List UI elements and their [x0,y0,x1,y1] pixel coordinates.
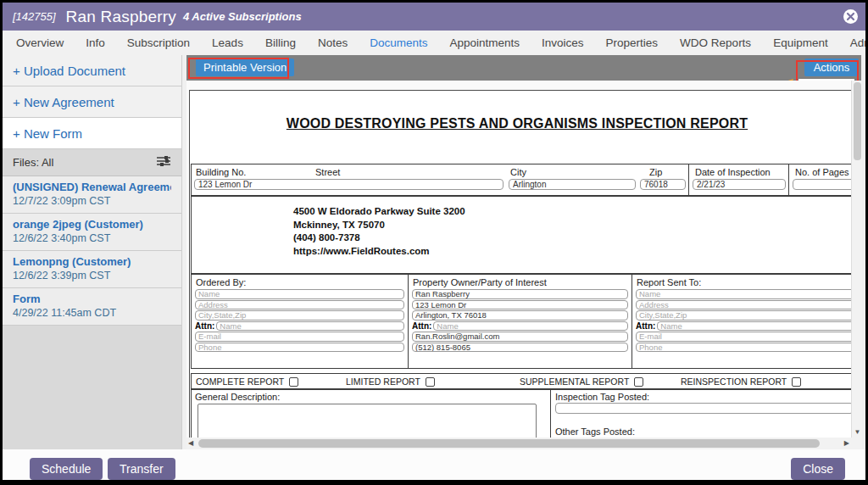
company-address-block: 4500 W Eldorado Parkway Suite 3200 Mckin… [293,205,465,258]
limited-report-group: LIMITED REPORT [346,376,435,387]
tab-bar: Overview Info Subscription Leads Billing… [3,31,865,55]
tags-box: Inspection Tag Posted: Other Tags Posted… [550,389,851,438]
close-icon[interactable] [843,8,859,25]
sent-to-email-input[interactable] [636,332,851,342]
owner-citystatezip-input[interactable] [412,310,628,321]
ordered-by-box: Ordered By: Attn: [191,274,409,369]
file-item-form[interactable]: Form 4/29/22 11:45am CDT [3,288,181,326]
property-owner-box: Property Owner/Party of Interest Attn: [408,274,632,369]
tab-admin[interactable]: Admin [850,36,868,49]
owner-address-input[interactable] [412,300,628,310]
upload-document-link[interactable]: + Upload Document [3,55,181,86]
new-agreement-link[interactable]: + New Agreement [3,86,181,118]
tab-notes[interactable]: Notes [318,36,348,49]
documents-sidebar: + Upload Document + New Agreement + New … [3,55,182,449]
owner-attn-input[interactable] [433,321,628,332]
ordered-by-attn-input[interactable] [216,321,404,332]
customer-card-window: [142755] Ran Raspberry 4 Active Subscrip… [0,0,868,485]
scrollbar-corner [851,438,862,449]
no-of-pages-input[interactable] [793,179,851,190]
document-viewer-panel: Printable Version Actions Save Sign WOOD… [182,55,865,449]
sent-to-address-input[interactable] [636,300,851,310]
transfer-button[interactable]: Transfer [108,458,175,480]
document-scroll-area[interactable]: WOOD DESTROYING PESTS AND ORGANISMS INSP… [186,81,851,438]
ordered-by-phone-input[interactable] [195,343,404,353]
schedule-button[interactable]: Schedule [30,458,103,480]
file-item-orange-jpeg[interactable]: orange 2jpeg (Customer) 12/6/22 3:40pm C… [3,214,181,251]
file-item-renewal-agreement[interactable]: (UNSIGNED) Renewal Agreement 12/7/22 3:0… [3,176,181,214]
supplemental-report-checkbox[interactable] [634,377,643,387]
general-description-textarea[interactable] [198,404,537,438]
supplemental-report-group: SUPPLEMENTAL REPORT [520,376,643,387]
ordered-by-title: Ordered By: [196,277,404,287]
tab-wdo-reports[interactable]: WDO Reports [680,36,751,49]
inspection-tag-input[interactable] [555,403,851,414]
document-toolbar: Printable Version Actions [186,55,861,81]
vertical-scrollbar-thumb[interactable] [854,82,861,160]
city-input[interactable] [509,179,636,190]
file-timestamp: 12/6/22 3:40pm CST [13,232,171,244]
filter-sliders-icon[interactable] [156,155,171,170]
file-timestamp: 12/7/22 3:09pm CST [13,195,171,207]
customer-name: Ran Raspberry [66,8,176,26]
tab-info[interactable]: Info [86,36,105,49]
ordered-by-address-input[interactable] [195,300,404,310]
tab-equipment[interactable]: Equipment [773,36,828,49]
ordered-by-citystatezip-input[interactable] [195,310,404,321]
reinspection-report-label: REINSPECTION REPORT [681,376,787,387]
street-input[interactable] [194,179,504,190]
no-of-pages-label: No. of Pages [795,167,849,177]
reinspection-report-checkbox[interactable] [792,377,801,387]
location-row-box: Building No. Street City Zip Date of Ins… [191,164,851,196]
owner-email-input[interactable] [412,332,628,342]
horizontal-scrollbar[interactable]: ◀ ▶ [186,438,851,449]
limited-report-checkbox[interactable] [426,377,435,387]
tab-subscription[interactable]: Subscription [127,36,190,49]
printable-version-button[interactable]: Printable Version [196,59,294,76]
complete-report-group: COMPLETE REPORT [196,376,298,387]
sent-to-name-input[interactable] [636,289,851,299]
files-filter-header: Files: All [3,149,181,176]
ordered-by-email-input[interactable] [195,332,404,342]
sent-to-phone-input[interactable] [636,343,851,353]
owner-phone-input[interactable] [412,343,628,353]
limited-report-label: LIMITED REPORT [346,376,420,387]
account-id: [142755] [13,10,56,23]
ordered-by-name-input[interactable] [195,289,404,299]
tab-leads[interactable]: Leads [212,36,243,49]
wdo-report-page: WOOD DESTROYING PESTS AND ORGANISMS INSP… [189,90,851,438]
building-no-label: Building No. [196,167,246,177]
actions-dropdown-button[interactable]: Actions [804,59,859,76]
attn-label: Attn: [636,321,655,331]
inspection-date-input[interactable] [693,179,786,190]
tab-billing[interactable]: Billing [265,36,296,49]
tab-documents[interactable]: Documents [370,36,427,49]
company-phone: (404) 800-7378 [293,231,465,245]
tab-properties[interactable]: Properties [606,36,659,49]
close-button[interactable]: Close [791,458,845,480]
company-address-line2: Mckinney, TX 75070 [293,219,465,232]
file-name: Lemonpng (Customer) [13,255,171,268]
horizontal-scrollbar-thumb[interactable] [198,439,820,448]
zip-input[interactable] [640,179,686,190]
scroll-right-arrow-icon[interactable]: ▶ [844,439,849,447]
owner-name-input[interactable] [412,289,628,299]
complete-report-checkbox[interactable] [289,377,298,387]
file-item-lemon-png[interactable]: Lemonpng (Customer) 12/6/22 3:39pm CST [3,251,181,288]
tab-invoices[interactable]: Invoices [542,36,584,49]
file-timestamp: 12/6/22 3:39pm CST [13,270,171,282]
company-website: https://www.FieldRoutes.com [293,245,465,259]
tab-appointments[interactable]: Appointments [449,36,520,49]
scroll-left-arrow-icon[interactable]: ◀ [188,439,193,447]
new-form-link[interactable]: + New Form [3,118,181,149]
report-type-row: COMPLETE REPORT LIMITED REPORT SUPPLEMEN… [191,373,851,389]
tab-overview[interactable]: Overview [16,36,64,49]
sent-to-citystatezip-input[interactable] [636,310,851,321]
vertical-scrollbar[interactable]: ▼ [851,81,862,438]
date-of-inspection-label: Date of Inspection [695,167,771,177]
sent-to-attn-input[interactable] [657,321,851,332]
reinspection-report-group: REINSPECTION REPORT [681,376,801,387]
general-description-box: General Description: [191,389,551,438]
attn-label: Attn: [195,321,214,331]
scroll-down-arrow-icon[interactable]: ▼ [852,428,863,436]
